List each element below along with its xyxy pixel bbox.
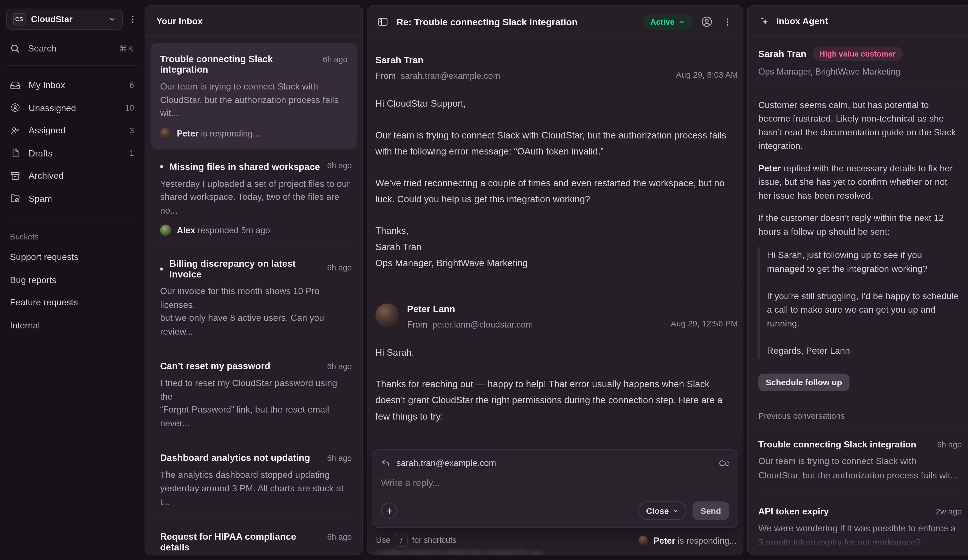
inbox-item[interactable]: Can’t reset my password 6h ago I tried t… [151, 349, 357, 441]
reply-input[interactable]: Write a reply... [381, 477, 729, 488]
inbox-item-time: 6h ago [327, 454, 352, 463]
sparkles-icon [759, 15, 770, 27]
bucket-support-requests[interactable]: Support requests [0, 246, 144, 268]
search-icon [10, 43, 20, 53]
avatar [160, 225, 171, 236]
inbox-item-selected[interactable]: Trouble connecting Slack integration 6h … [151, 43, 357, 149]
email-sender: Sarah Tran [375, 55, 738, 65]
cc-button[interactable]: Cc [719, 458, 729, 467]
toggle-list-button[interactable] [376, 15, 390, 29]
previous-conversation-item[interactable]: API token expiry 2w ago We were wonderin… [758, 494, 962, 555]
composer-recipient-row: sarah.tran@example.com Cc [381, 458, 729, 468]
user-dashed-icon [10, 103, 20, 113]
previous-item-title: Trouble connecting Slack integration [758, 439, 932, 449]
sidebar-item-label: Assigned [28, 126, 66, 135]
agent-insights: Customer seems calm, but has potential t… [748, 88, 968, 391]
inbox-item-preview: Our team is trying to connect Slack with… [160, 80, 348, 120]
sidebar-item-label: Unassigned [28, 103, 76, 113]
inbox-list-panel: Your Inbox Trouble connecting Slack inte… [145, 5, 363, 555]
status-dropdown[interactable]: Active [643, 13, 692, 30]
workspace-switcher[interactable]: CS CloudStar [6, 9, 123, 30]
buckets-section-label: Buckets [0, 227, 144, 246]
inbox-item[interactable]: Missing files in shared workspace 6h ago… [151, 149, 357, 246]
kebab-icon [722, 16, 733, 27]
inbox-item-preview: The analytics dashboard stopped updating… [160, 469, 352, 509]
sidebar-item-unassigned[interactable]: Unassigned 10 [0, 96, 144, 119]
email-header: Peter Lann From peter.lann@cloudstar.com… [375, 303, 738, 330]
sidebar-item-label: Drafts [28, 148, 52, 158]
assignee-button[interactable] [699, 14, 714, 29]
reply-icon [381, 458, 390, 467]
thread-header: Re: Trouble connecting Slack integration… [367, 6, 743, 38]
email-body: Hi CloudStar Support, Our team is trying… [375, 96, 738, 271]
sidebar-item-archived[interactable]: Archived [0, 164, 144, 187]
agent-header: Inbox Agent [748, 6, 968, 36]
previous-item-preview: We were wondering if it was possible to … [758, 521, 962, 550]
thread-panel: Re: Trouble connecting Slack integration… [367, 5, 743, 555]
sidebar-item-count: 6 [129, 81, 134, 90]
user-check-icon [10, 125, 20, 136]
composer-hintbar: Use / for shortcuts Peter is responding.… [376, 533, 736, 547]
inbox-item-preview: I tried to reset my CloudStar password u… [160, 377, 352, 430]
schedule-followup-button[interactable]: Schedule follow up [758, 373, 850, 391]
inbox-item-preview: Our invoice for this month shows 10 Pro … [160, 285, 352, 338]
sidebar-item-spam[interactable]: Spam [0, 187, 144, 210]
chevron-down-icon [678, 18, 685, 25]
inbox-item[interactable]: Billing discrepancy on latest invoice 6h… [151, 247, 357, 349]
slash-keycap: / [395, 533, 408, 547]
thread-menu-button[interactable] [721, 15, 734, 28]
inbox-list-header: Your Inbox [145, 6, 363, 36]
sidebar-menu-button[interactable] [127, 13, 139, 25]
search-button[interactable]: Search ⌘K [0, 40, 144, 57]
insight-paragraph: Customer seems calm, but has potential t… [758, 98, 962, 152]
workspace-logo: CS [13, 13, 25, 25]
inbox-item-title: Can’t reset my password [160, 361, 322, 371]
bucket-bug-reports[interactable]: Bug reports [0, 268, 144, 291]
panel-left-icon [377, 16, 389, 27]
inbox-item-time: 6h ago [327, 532, 352, 542]
inbox-item-title: Missing files in shared workspace [160, 161, 322, 171]
workspace-row: CS CloudStar [0, 0, 144, 30]
sidebar-item-my-inbox[interactable]: My Inbox 6 [0, 74, 144, 96]
inbox-item-time: 6h ago [327, 161, 352, 170]
bucket-internal[interactable]: Internal [0, 314, 144, 336]
divider [6, 218, 138, 219]
divider [6, 65, 138, 66]
agent-panel: Inbox Agent Sarah Tran High value custom… [747, 5, 968, 555]
user-circle-icon [701, 15, 713, 28]
divider [375, 287, 738, 287]
email-header: Sarah Tran From sarah.tran@example.com A… [375, 55, 738, 81]
send-button[interactable]: Send [693, 502, 729, 520]
avatar [638, 535, 648, 545]
inbox-item-status: Peter is responding... [160, 128, 348, 139]
inbox-item-title: Trouble connecting Slack integration [160, 53, 318, 75]
typing-indicator: Peter is responding... [638, 535, 736, 545]
app: CS CloudStar Search ⌘K My Inbox 6 Unassi… [0, 0, 968, 560]
close-dropdown[interactable]: Close [639, 502, 686, 520]
previous-conversation-item[interactable]: Trouble connecting Slack integration 6h … [758, 427, 962, 494]
previous-item-time: 2w ago [936, 507, 962, 516]
blurred-suggestion-text: Looking forward to getting this resolved… [376, 548, 543, 555]
customer-summary: Sarah Tran High value customer Ops Manag… [748, 36, 968, 88]
email-date: Aug 29, 8:03 AM [676, 70, 738, 80]
attach-button[interactable] [381, 503, 397, 519]
suggested-followup-quote: Hi Sarah, just following up to see if yo… [758, 247, 962, 359]
inbox-item-title: Request for HIPAA compliance details [160, 531, 322, 552]
composer-toolbar: Close Send [381, 502, 729, 520]
bucket-feature-requests[interactable]: Feature requests [0, 291, 144, 313]
inbox-item[interactable]: Request for HIPAA compliance details 6h … [151, 520, 357, 555]
customer-badge: High value customer [813, 46, 903, 61]
inbox-item[interactable]: Dashboard analytics not updating 6h ago … [151, 441, 357, 519]
unread-dot [160, 267, 163, 270]
status-label: Active [650, 17, 675, 27]
insight-paragraph: If the customer doesn’t reply within the… [758, 211, 962, 239]
archive-icon [10, 171, 20, 181]
previous-item-time: 6h ago [937, 440, 962, 449]
sidebar-item-count: 3 [129, 126, 134, 135]
sidebar-item-assigned[interactable]: Assigned 3 [0, 119, 144, 142]
avatar [375, 303, 399, 327]
previous-conversations-label: Previous conversations [748, 405, 968, 428]
sidebar-item-drafts[interactable]: Drafts 1 [0, 142, 144, 164]
inbox-item-status: Alex responded 5m ago [160, 225, 352, 236]
inbox-item-title: Billing discrepancy on latest invoice [160, 258, 322, 279]
